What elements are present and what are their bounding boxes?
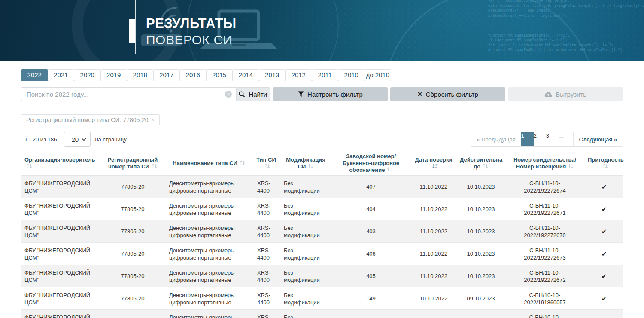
search-input[interactable]: [21, 87, 236, 101]
cell-valid_to: 10.10.2023: [457, 243, 504, 265]
cell-type: XRS-4400: [253, 220, 279, 243]
pagination-row: 1 - 20 из 186 20 на страницу « Предыдуща…: [21, 132, 623, 147]
cell-org: ФБУ "НИЖЕГОРОДСКИЙ ЦСМ": [21, 243, 100, 265]
reset-filter-label: Сбросить фильтр: [426, 91, 478, 98]
tab-2012[interactable]: 2012: [285, 69, 312, 81]
sort-icon[interactable]: [308, 163, 313, 170]
cell-valid_to: 10.10.2023: [457, 176, 504, 198]
check-icon: ✔: [601, 205, 607, 213]
sort-icon[interactable]: [602, 163, 608, 170]
check-icon: ✔: [601, 250, 607, 257]
cell-fit: ✔: [585, 198, 623, 220]
cell-valid_to: 10.10.2023: [457, 265, 504, 287]
search-icon: [239, 91, 245, 98]
cell-org: ФБУ "НИЖЕГОРОДСКИЙ ЦСМ": [21, 265, 100, 287]
cell-valid_to: 10.10.2023: [457, 220, 504, 243]
sort-icon[interactable]: [152, 163, 157, 170]
next-page-button[interactable]: Следующая »: [573, 132, 623, 146]
cell-reg: 77805-20: [100, 220, 165, 243]
check-icon: ✔: [601, 228, 607, 235]
tab-2020[interactable]: 2020: [74, 69, 101, 81]
pager: « Предыдущая 123... Следующая »: [471, 132, 623, 147]
sort-icon[interactable]: [568, 163, 574, 170]
chevron-down-icon: [82, 138, 86, 141]
column-header[interactable]: Пригодность: [585, 151, 623, 176]
column-header[interactable]: Наименование типа СИ: [165, 151, 253, 176]
tab-2016[interactable]: 2016: [179, 69, 207, 81]
column-header-label: Пригодность: [588, 156, 624, 163]
cell-reg: 77805-20: [100, 198, 165, 220]
cell-cert: С-БН/11-10-2022/192272671: [504, 198, 585, 220]
page-button-2[interactable]: 2: [534, 132, 546, 146]
tab-2011[interactable]: 2011: [312, 69, 339, 81]
remove-filter-icon[interactable]: ×: [152, 117, 155, 123]
sort-active-icon[interactable]: [432, 163, 438, 170]
column-header[interactable]: Номер свидетельства/ Номер извещения: [504, 151, 585, 176]
find-button-label: Найти: [249, 91, 267, 98]
column-header[interactable]: Тип СИ: [253, 151, 279, 176]
sort-icon[interactable]: [483, 163, 488, 170]
page-button-1[interactable]: 1: [521, 132, 534, 146]
clear-search-icon[interactable]: ×: [225, 91, 232, 98]
column-header[interactable]: Действительна до: [457, 151, 504, 176]
cell-cert: С-БН/10-10-2022/191860057: [504, 287, 585, 310]
tab-2022[interactable]: 2022: [21, 69, 48, 81]
page-size-select[interactable]: 20: [64, 132, 91, 147]
cell-reg: 77805-20: [100, 243, 165, 265]
column-header-label: Наименование типа СИ: [173, 160, 237, 166]
table-row: ФБУ "НИЖЕГОРОДСКИЙ ЦСМ"77805-20Денситоме…: [21, 243, 623, 265]
prev-page-button[interactable]: « Предыдущая: [471, 132, 521, 146]
page-title-line1: РЕЗУЛЬТАТЫ: [146, 15, 237, 32]
tab-2015[interactable]: 2015: [206, 69, 233, 81]
filter-chip: Регистрационный номер типа СИ: 77805-20 …: [21, 114, 160, 125]
tab-2013[interactable]: 2013: [259, 69, 286, 81]
configure-filter-button[interactable]: Настроить фильтр: [273, 87, 388, 101]
column-header[interactable]: Дата поверки: [410, 151, 457, 176]
cell-date: 11.10.2022: [410, 198, 457, 220]
table-row: ФБУ "НИЖЕГОРОДСКИЙ ЦСМ"77805-20Денситоме…: [21, 198, 623, 220]
tab-2021[interactable]: 2021: [48, 69, 75, 81]
sort-icon[interactable]: [27, 163, 32, 170]
cell-mod: Без модификации: [279, 243, 332, 265]
column-header[interactable]: Модификация СИ: [279, 151, 332, 176]
tab-2018[interactable]: 2018: [127, 69, 154, 81]
cell-reg: 77805-20: [100, 265, 165, 287]
cell-date: 10.10.2022: [410, 287, 457, 310]
filter-funnel-icon: [298, 91, 304, 97]
cell-cert: С-БН/11-10-2022/192272670: [504, 220, 585, 243]
check-icon: ✔: [601, 295, 607, 302]
tab-до-2010[interactable]: до 2010: [365, 69, 392, 81]
column-header[interactable]: Организация-поверитель: [21, 151, 100, 176]
page-button-3[interactable]: 3: [546, 132, 559, 146]
sort-icon[interactable]: [264, 163, 270, 170]
cell-org: ФБУ "НИЖЕГОРОДСКИЙ ЦСМ": [21, 287, 100, 310]
sort-icon[interactable]: [387, 167, 392, 173]
cell-type: XRS-4400: [253, 265, 279, 287]
export-button[interactable]: Выгрузить: [508, 87, 623, 101]
cell-mod: Без модификации: [279, 176, 332, 198]
cell-date: 10.10.2022: [410, 310, 457, 318]
reset-filter-button[interactable]: ✕ Сбросить фильтр: [390, 87, 505, 101]
cell-name: Денситометры-яркомеры цифровые портативн…: [165, 265, 253, 287]
page-header: РЕЗУЛЬТАТЫ ПОВЕРОК СИ var i = document.p…: [0, 0, 644, 61]
page-button-...[interactable]: ...: [559, 132, 573, 146]
tab-2014[interactable]: 2014: [232, 69, 259, 81]
column-header[interactable]: Заводской номер/ Буквенно-цифровое обозн…: [332, 151, 410, 176]
cell-name: Денситометры-яркомеры цифровые портативн…: [165, 220, 253, 243]
range-info: 1 - 20 из 186: [24, 136, 57, 143]
table-header-row: Организация-поверительРегистрационный но…: [21, 151, 623, 176]
cell-serial: 403: [332, 220, 410, 243]
cloud-upload-icon: [544, 92, 552, 97]
find-button[interactable]: Найти: [236, 87, 270, 101]
sort-icon[interactable]: [240, 160, 245, 166]
tab-2017[interactable]: 2017: [153, 69, 180, 81]
column-header[interactable]: Регистрационный номер типа СИ: [100, 151, 165, 176]
active-filters: Регистрационный номер типа СИ: 77805-20 …: [21, 114, 623, 125]
cell-reg: 77805-20: [100, 310, 165, 318]
cell-cert: С-БН/10-10-2022/191860006: [504, 310, 585, 318]
cell-type: XRS-4400: [253, 243, 279, 265]
per-page-label: на страницу: [95, 136, 126, 143]
tab-2010[interactable]: 2010: [338, 69, 365, 81]
tab-2019[interactable]: 2019: [100, 69, 128, 81]
cell-org: ФБУ "НИЖЕГОРОДСКИЙ ЦСМ": [21, 176, 100, 198]
